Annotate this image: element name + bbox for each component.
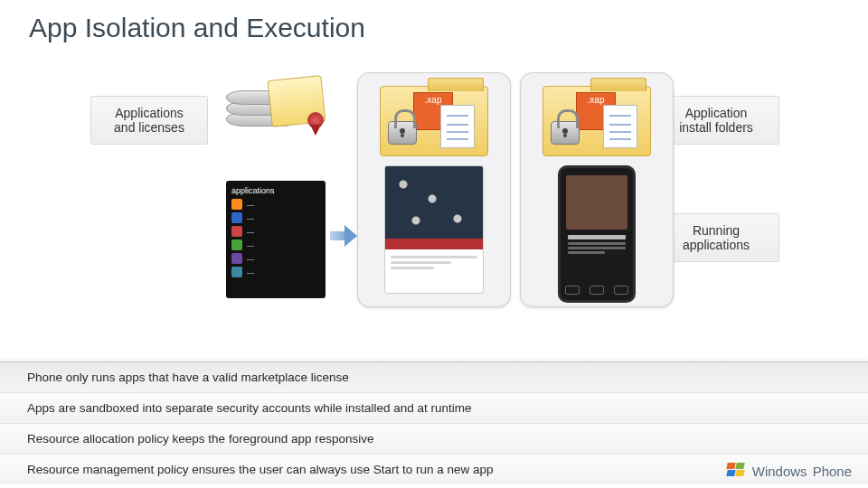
windows-phone-brand: Windows Phone [727, 463, 852, 479]
folder-icon: .xap [380, 86, 488, 156]
isolation-chamber-2: .xap [520, 72, 674, 307]
lock-icon [388, 121, 417, 145]
running-phone [558, 165, 636, 303]
app-list-title: applications [231, 186, 320, 195]
bullet-item: Resource allocation policy keeps the for… [0, 423, 868, 454]
brand-windows: Windows [752, 464, 807, 479]
app-list-phone: applications — — — — — — [226, 181, 326, 298]
windows-logo-icon [727, 463, 747, 479]
bullet-item: Phone only runs apps that have a valid m… [0, 361, 868, 392]
label-apps-licenses: Applications and licenses [90, 96, 208, 145]
document-icon [440, 105, 475, 148]
seal-icon [307, 112, 324, 128]
lock-icon [551, 121, 580, 145]
app-store-card [384, 165, 484, 294]
diagram-area: Applications and licenses Application in… [0, 63, 868, 298]
folder-icon: .xap [542, 86, 651, 156]
arrow-icon [330, 222, 357, 249]
brand-phone: Phone [813, 464, 852, 479]
isolation-chamber-1: .xap [357, 72, 511, 307]
bullet-item: Apps are sandboxed into separate securit… [0, 392, 868, 423]
slide-title: App Isolation and Execution [29, 13, 365, 43]
document-icon [603, 105, 637, 148]
license-db-icon [226, 76, 335, 148]
